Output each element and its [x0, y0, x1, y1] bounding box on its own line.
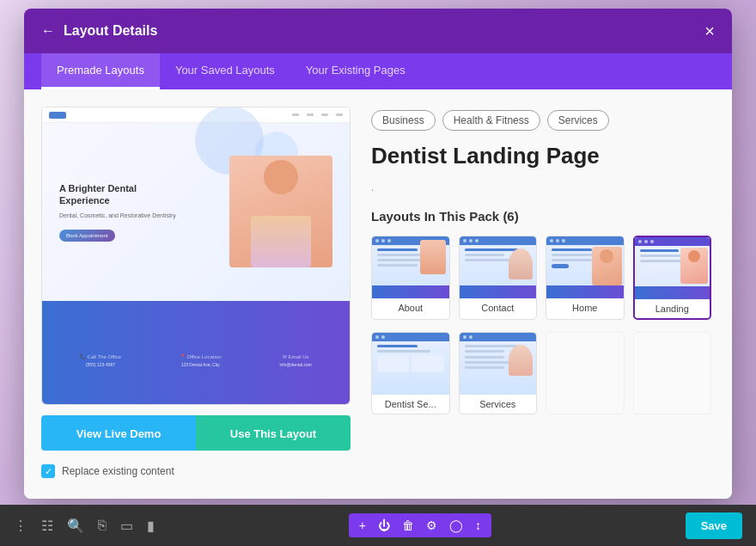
- thumb-about-label: About: [372, 298, 449, 317]
- replace-content-label: Replace existing content: [62, 465, 174, 477]
- thumb-home[interactable]: Home: [546, 236, 625, 320]
- thumb-landing[interactable]: Landing: [633, 236, 712, 320]
- preview-heading: A Brighter DentalExperience: [59, 182, 229, 207]
- action-buttons: View Live Demo Use This Layout: [41, 415, 351, 451]
- thumb-home-label: Home: [546, 298, 624, 317]
- tag-business[interactable]: Business: [371, 110, 436, 131]
- website-preview: A Brighter DentalExperience Dental, Cosm…: [42, 107, 350, 404]
- thumb-contact-label: Contact: [460, 298, 537, 317]
- modal-header-left: ← Layout Details: [41, 23, 157, 39]
- preview-subtext: Dental, Cosmetic, and Restorative Dentis…: [59, 212, 229, 218]
- thumb-dentist-preview: [372, 333, 449, 395]
- thumb-landing-preview: [635, 237, 710, 299]
- footer-phone: 📞 Call The Office (555) 123-4567: [80, 353, 121, 367]
- preview-hero: A Brighter DentalExperience Dental, Cosm…: [42, 123, 350, 301]
- thumbnails-grid-row1: About Contact: [371, 236, 711, 320]
- tab-bar: Premade Layouts Your Saved Layouts Your …: [24, 53, 732, 89]
- thumb-empty-2: [633, 332, 712, 414]
- tab-saved-layouts[interactable]: Your Saved Layouts: [160, 53, 290, 89]
- toolbar-menu-icon[interactable]: ⋮: [14, 518, 27, 534]
- toolbar-center: + ⏻ 🗑 ⚙ ◯ ↕: [349, 513, 491, 537]
- close-icon[interactable]: ×: [704, 22, 715, 40]
- layout-title: Dentist Landing Page: [371, 143, 711, 169]
- right-panel: Business Health & Fitness Services Denti…: [368, 107, 715, 482]
- replace-content-checkbox[interactable]: ✓: [41, 464, 55, 478]
- person-body: [251, 216, 311, 267]
- footer-address: 📍 Office Location 123 Dental Ave, City: [180, 353, 222, 367]
- layout-details-modal: ← Layout Details × Premade Layouts Your …: [24, 9, 732, 499]
- thumb-landing-label: Landing: [635, 299, 710, 318]
- thumb-dentist-se[interactable]: Dentist Se...: [371, 332, 450, 414]
- toolbar-desktop-icon[interactable]: ⎘: [98, 518, 107, 533]
- toolbar-power-icon[interactable]: ⏻: [378, 518, 390, 532]
- thumb-empty-1: [546, 332, 625, 414]
- modal-body: A Brighter DentalExperience Dental, Cosm…: [24, 89, 732, 499]
- toolbar-mobile-icon[interactable]: ▮: [147, 518, 155, 534]
- thumb-home-preview: [546, 236, 624, 298]
- toolbar-search-icon[interactable]: 🔍: [67, 518, 84, 534]
- toolbar-clock-icon[interactable]: ◯: [449, 518, 463, 532]
- preview-person-image: [229, 156, 332, 267]
- layout-preview: A Brighter DentalExperience Dental, Cosm…: [41, 107, 351, 405]
- toolbar-tablet-icon[interactable]: ▭: [120, 518, 133, 534]
- preview-cta-button: Book Appointment: [59, 230, 115, 242]
- thumb-contact-preview: [460, 236, 537, 298]
- modal-header: ← Layout Details ×: [24, 9, 732, 53]
- thumb-about-preview: [372, 236, 449, 298]
- thumb-services-label: Services: [460, 395, 537, 414]
- footer-email: ✉ Email Us info@dental.com: [279, 353, 312, 367]
- toolbar-add-icon[interactable]: +: [359, 518, 366, 532]
- view-live-demo-button[interactable]: View Live Demo: [41, 415, 196, 451]
- toolbar-grid-icon[interactable]: ☷: [41, 518, 53, 534]
- left-panel: A Brighter DentalExperience Dental, Cosm…: [41, 107, 351, 482]
- thumbnails-grid-row2: Dentist Se...: [371, 332, 711, 414]
- replace-content-row: ✓ Replace existing content: [41, 461, 351, 482]
- tab-existing-pages[interactable]: Your Existing Pages: [290, 53, 421, 89]
- preview-footer: 📞 Call The Office (555) 123-4567 📍 Offic…: [42, 301, 350, 405]
- use-this-layout-button[interactable]: Use This Layout: [196, 415, 351, 451]
- layout-subtitle: .: [371, 181, 711, 193]
- thumb-services-preview: [460, 333, 537, 395]
- toolbar-trash-icon[interactable]: 🗑: [402, 518, 414, 532]
- tag-services[interactable]: Services: [547, 110, 609, 131]
- tab-premade-layouts[interactable]: Premade Layouts: [41, 53, 160, 89]
- thumb-contact[interactable]: Contact: [459, 236, 538, 320]
- person-head: [264, 160, 298, 194]
- tags-row: Business Health & Fitness Services: [371, 110, 711, 131]
- toolbar-settings-icon[interactable]: ⚙: [426, 518, 437, 532]
- modal-title: Layout Details: [64, 23, 157, 39]
- thumb-about[interactable]: About: [371, 236, 450, 320]
- thumb-services[interactable]: Services: [459, 332, 538, 414]
- preview-text: A Brighter DentalExperience Dental, Cosm…: [59, 182, 229, 242]
- toolbar-left: ⋮ ☷ 🔍 ⎘ ▭ ▮: [14, 518, 155, 534]
- toolbar-arrows-icon[interactable]: ↕: [475, 518, 481, 532]
- pack-title: Layouts In This Pack (6): [371, 209, 711, 224]
- tag-health-fitness[interactable]: Health & Fitness: [442, 110, 540, 131]
- thumb-dentist-label: Dentist Se...: [372, 395, 449, 414]
- back-icon[interactable]: ←: [41, 23, 55, 39]
- bottom-toolbar: ⋮ ☷ 🔍 ⎘ ▭ ▮ + ⏻ 🗑 ⚙ ◯ ↕ Save: [0, 505, 756, 546]
- save-button[interactable]: Save: [686, 512, 742, 539]
